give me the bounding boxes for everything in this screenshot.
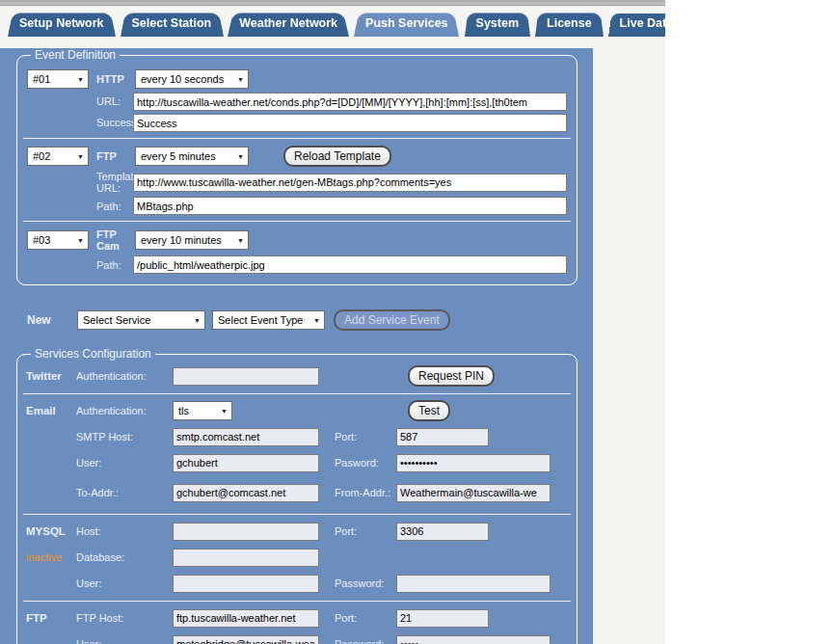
mysql-user-input[interactable] xyxy=(173,575,319,593)
twitter-auth-row: Twitter Authentication: Request PIN xyxy=(26,364,568,388)
event-2-number-select[interactable]: #02 ▼ xyxy=(27,147,89,166)
services-configuration-legend: Services Configuration xyxy=(31,347,155,361)
email-service-label: Email xyxy=(26,405,76,416)
user-label: User: xyxy=(76,457,173,469)
tab-bar: Setup Network Select Station Weather Net… xyxy=(0,6,665,37)
tab-select-station[interactable]: Select Station xyxy=(121,11,224,37)
tab-setup-network[interactable]: Setup Network xyxy=(8,11,116,37)
tab-system[interactable]: System xyxy=(465,11,530,37)
mysql-database-input[interactable] xyxy=(173,549,319,567)
twitter-service-label: Twitter xyxy=(26,370,76,382)
mysql-password-input[interactable] xyxy=(396,575,551,593)
event-1-interval-select[interactable]: every 10 seconds ▼ xyxy=(135,69,249,89)
password-label: Pasword: xyxy=(335,457,394,469)
ftp-port-input[interactable] xyxy=(396,609,489,628)
twitter-authentication-input[interactable] xyxy=(173,367,319,386)
email-user-row: User: Pasword: xyxy=(26,451,568,474)
chevron-down-icon: ▼ xyxy=(237,153,244,160)
email-port-input[interactable] xyxy=(396,428,489,446)
email-authentication-select[interactable]: tls ▼ xyxy=(173,401,232,420)
app-viewport: Setup Network Select Station Weather Net… xyxy=(0,0,665,644)
ftp-host-row: FTP FTP Host: Port: xyxy=(26,606,568,630)
user-label: User: xyxy=(76,577,173,589)
user-label: User: xyxy=(76,638,173,644)
chevron-down-icon: ▼ xyxy=(77,237,84,244)
tab-license[interactable]: License xyxy=(535,11,604,37)
tab-live-data[interactable]: Live Data xyxy=(608,11,665,37)
email-user-input[interactable] xyxy=(173,454,319,472)
tab-push-services[interactable]: Push Services xyxy=(354,11,459,37)
email-test-button[interactable]: Test xyxy=(408,400,450,421)
mysql-service-label: MYSQL xyxy=(26,525,76,537)
event-3-path-input[interactable] xyxy=(133,255,567,274)
authentication-label: Authentication: xyxy=(76,405,173,416)
email-password-input[interactable] xyxy=(396,454,551,472)
new-service-event-row: New Select Service ▼ Select Event Type ▼… xyxy=(27,309,593,331)
event-2-type-label: FTP xyxy=(96,150,135,162)
add-service-event-button[interactable]: Add Service Event xyxy=(334,309,450,331)
service-separator xyxy=(23,601,571,602)
event-1-number-select[interactable]: #01 ▼ xyxy=(27,69,89,89)
mysql-database-row: inactive Database: xyxy=(26,546,568,569)
success-label: Success: xyxy=(96,117,133,128)
event-3-number-select[interactable]: #03 ▼ xyxy=(27,230,89,250)
mysql-inactive-status: inactive xyxy=(26,551,76,563)
ftp-user-row: User: Password: xyxy=(26,632,568,644)
service-separator xyxy=(23,514,571,515)
chevron-down-icon: ▼ xyxy=(313,317,320,324)
email-smtp-host-input[interactable] xyxy=(173,428,319,446)
select-service-dropdown[interactable]: Select Service ▼ xyxy=(77,310,205,330)
services-configuration-section: Services Configuration Twitter Authentic… xyxy=(16,347,578,644)
chevron-down-icon: ▼ xyxy=(221,408,228,415)
event-1-success-row: Success: xyxy=(27,114,568,132)
mysql-host-row: MYSQL Host: Port: xyxy=(26,520,568,543)
path-label: Path: xyxy=(96,259,133,271)
email-smtp-row: SMTP Host: Port: xyxy=(26,425,568,448)
event-2-path-input[interactable] xyxy=(133,197,567,215)
mysql-port-input[interactable] xyxy=(396,523,489,541)
event-2-interval-select[interactable]: every 5 minutes ▼ xyxy=(135,147,249,166)
ftp-host-label: FTP Host: xyxy=(76,612,173,624)
event-definition-legend: Event Definition xyxy=(31,48,120,62)
smtp-host-label: SMTP Host: xyxy=(76,431,173,443)
tab-weather-network[interactable]: Weather Network xyxy=(228,11,349,37)
event-2-template-url-row: Template URL: xyxy=(27,171,568,194)
email-from-addr-input[interactable] xyxy=(396,484,551,502)
new-label: New xyxy=(27,313,77,327)
event-1-url-input[interactable] xyxy=(133,93,567,111)
ftp-password-input[interactable] xyxy=(396,635,551,644)
request-pin-button[interactable]: Request PIN xyxy=(408,365,495,387)
port-label: Port: xyxy=(335,612,394,624)
event-2-path-row: Path: xyxy=(27,197,568,215)
mysql-user-row: User: Password: xyxy=(26,572,568,595)
path-label: Path: xyxy=(96,201,133,212)
event-2-header: #02 ▼ FTP every 5 minutes ▼ Reload Templ… xyxy=(27,146,568,167)
select-event-type-dropdown[interactable]: Select Event Type ▼ xyxy=(212,310,325,330)
ftp-service-label: FTP xyxy=(26,612,76,624)
ftp-user-input[interactable] xyxy=(173,635,319,644)
event-1-header: #01 ▼ HTTP every 10 seconds ▼ xyxy=(27,69,568,89)
from-addr-label: From-Addr.: xyxy=(335,487,394,498)
event-3-interval-select[interactable]: every 10 minutes ▼ xyxy=(135,230,249,250)
event-separator xyxy=(23,138,571,139)
event-3-header: #03 ▼ FTP Cam every 10 minutes ▼ xyxy=(27,228,568,252)
authentication-label: Authentication: xyxy=(76,370,173,382)
chevron-down-icon: ▼ xyxy=(77,76,84,83)
mysql-host-input[interactable] xyxy=(173,523,319,541)
password-label: Password: xyxy=(335,638,394,644)
event-1-type-label: HTTP xyxy=(96,73,135,85)
email-to-addr-input[interactable] xyxy=(173,484,319,502)
service-separator xyxy=(23,393,571,394)
reload-template-button[interactable]: Reload Template xyxy=(283,146,391,167)
event-3-path-row: Path: xyxy=(27,255,568,274)
push-services-panel: Event Definition #01 ▼ HTTP every 10 sec… xyxy=(0,48,593,644)
chevron-down-icon: ▼ xyxy=(237,237,244,244)
port-label: Port: xyxy=(335,525,394,537)
database-label: Database: xyxy=(76,551,173,563)
chevron-down-icon: ▼ xyxy=(77,153,84,160)
chevron-down-icon: ▼ xyxy=(237,76,244,83)
ftp-host-input[interactable] xyxy=(173,609,319,628)
event-1-success-input[interactable] xyxy=(133,114,567,132)
email-auth-row: Email Authentication: tls ▼ Test xyxy=(26,399,568,422)
event-2-template-url-input[interactable] xyxy=(133,174,567,192)
